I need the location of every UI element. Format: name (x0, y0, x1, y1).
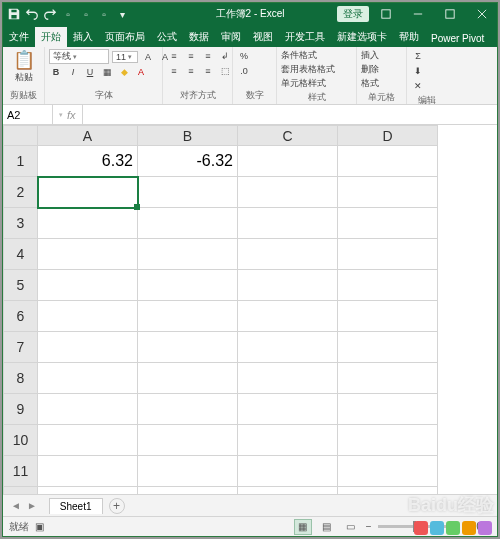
cell[interactable] (138, 487, 238, 495)
wrap-text-icon[interactable]: ↲ (218, 49, 232, 63)
maximize-icon[interactable] (435, 3, 465, 25)
paste-icon[interactable]: 📋 (13, 49, 35, 71)
format-cells-button[interactable]: 格式 (361, 77, 379, 90)
cell[interactable] (338, 208, 438, 239)
paste-button[interactable]: 粘贴 (15, 71, 33, 84)
row-header[interactable]: 12 (4, 487, 38, 495)
increase-font-icon[interactable]: A (141, 50, 155, 64)
cell[interactable] (238, 456, 338, 487)
row-header[interactable]: 1 (4, 146, 38, 177)
page-break-view-icon[interactable]: ▭ (342, 519, 360, 535)
cell[interactable]: 6.32 (38, 146, 138, 177)
cell[interactable] (238, 301, 338, 332)
undo-icon[interactable] (25, 7, 39, 21)
tab-help[interactable]: 帮助 (393, 27, 425, 47)
cell[interactable] (38, 394, 138, 425)
tab-insert[interactable]: 插入 (67, 27, 99, 47)
cell[interactable] (138, 208, 238, 239)
cell[interactable] (338, 301, 438, 332)
align-top-icon[interactable]: ≡ (167, 49, 181, 63)
sheet-nav-next-icon[interactable]: ► (27, 500, 37, 511)
underline-icon[interactable]: U (83, 65, 97, 79)
cell[interactable] (38, 456, 138, 487)
tab-home[interactable]: 开始 (35, 27, 67, 47)
col-header-b[interactable]: B (138, 126, 238, 146)
cell[interactable] (338, 332, 438, 363)
qat-icon-2[interactable]: ▫ (79, 7, 93, 21)
qat-icon-1[interactable]: ▫ (61, 7, 75, 21)
font-size-select[interactable]: 11▾ (112, 51, 138, 63)
cell[interactable] (38, 177, 138, 208)
currency-icon[interactable]: % (237, 49, 251, 63)
save-icon[interactable] (7, 7, 21, 21)
minimize-icon[interactable] (403, 3, 433, 25)
cell[interactable] (238, 146, 338, 177)
cell[interactable] (338, 363, 438, 394)
cell[interactable] (138, 425, 238, 456)
cell[interactable] (238, 332, 338, 363)
font-name-select[interactable]: 等线▾ (49, 49, 109, 64)
cell[interactable] (38, 487, 138, 495)
fill-icon[interactable]: ⬇ (411, 64, 425, 78)
sheet-nav-prev-icon[interactable]: ◄ (11, 500, 21, 511)
cell[interactable] (38, 270, 138, 301)
font-color-icon[interactable]: A (134, 65, 148, 79)
col-header-a[interactable]: A (38, 126, 138, 146)
cell[interactable] (38, 332, 138, 363)
align-center-icon[interactable]: ≡ (184, 64, 198, 78)
select-all-corner[interactable] (4, 126, 38, 146)
conditional-format-button[interactable]: 条件格式 (281, 49, 317, 62)
name-box[interactable]: A2 (3, 105, 53, 124)
merge-icon[interactable]: ⬚ (218, 64, 232, 78)
cell[interactable] (138, 363, 238, 394)
row-header[interactable]: 8 (4, 363, 38, 394)
cell-style-button[interactable]: 单元格样式 (281, 77, 326, 90)
tab-review[interactable]: 审阅 (215, 27, 247, 47)
row-header[interactable]: 2 (4, 177, 38, 208)
cell[interactable] (38, 425, 138, 456)
tab-formulas[interactable]: 公式 (151, 27, 183, 47)
add-sheet-icon[interactable]: + (109, 498, 125, 514)
macro-rec-icon[interactable]: ▣ (35, 521, 44, 532)
cell[interactable] (338, 456, 438, 487)
bold-icon[interactable]: B (49, 65, 63, 79)
cell[interactable] (138, 456, 238, 487)
row-header[interactable]: 9 (4, 394, 38, 425)
cell[interactable] (338, 177, 438, 208)
tab-view[interactable]: 视图 (247, 27, 279, 47)
cell[interactable] (238, 239, 338, 270)
cell[interactable] (238, 177, 338, 208)
cell[interactable] (138, 177, 238, 208)
row-header[interactable]: 3 (4, 208, 38, 239)
normal-view-icon[interactable]: ▦ (294, 519, 312, 535)
table-format-button[interactable]: 套用表格格式 (281, 63, 335, 76)
cell[interactable]: -6.32 (138, 146, 238, 177)
align-left-icon[interactable]: ≡ (167, 64, 181, 78)
spreadsheet-grid[interactable]: A B C D 16.32-6.3223456789101112 (3, 125, 497, 494)
cell[interactable] (238, 487, 338, 495)
zoom-out-icon[interactable]: − (366, 521, 372, 532)
cell[interactable] (338, 270, 438, 301)
cell[interactable] (138, 332, 238, 363)
cell[interactable] (38, 208, 138, 239)
namebox-dropdown-icon[interactable]: ▾ (59, 111, 63, 119)
cell[interactable] (338, 425, 438, 456)
close-icon[interactable] (467, 3, 497, 25)
cell[interactable] (238, 425, 338, 456)
tab-developer[interactable]: 开发工具 (279, 27, 331, 47)
tab-data[interactable]: 数据 (183, 27, 215, 47)
qat-icon-3[interactable]: ▫ (97, 7, 111, 21)
sum-icon[interactable]: Σ (411, 49, 425, 63)
cell[interactable] (238, 363, 338, 394)
row-header[interactable]: 10 (4, 425, 38, 456)
fill-color-icon[interactable]: ◆ (117, 65, 131, 79)
ribbon-options-icon[interactable] (371, 3, 401, 25)
row-header[interactable]: 7 (4, 332, 38, 363)
cell[interactable] (338, 146, 438, 177)
col-header-d[interactable]: D (338, 126, 438, 146)
row-header[interactable]: 5 (4, 270, 38, 301)
tab-powerpivot[interactable]: Power Pivot (425, 30, 490, 47)
row-header[interactable]: 4 (4, 239, 38, 270)
delete-cells-button[interactable]: 删除 (361, 63, 379, 76)
decimal-icon[interactable]: .0 (237, 64, 251, 78)
